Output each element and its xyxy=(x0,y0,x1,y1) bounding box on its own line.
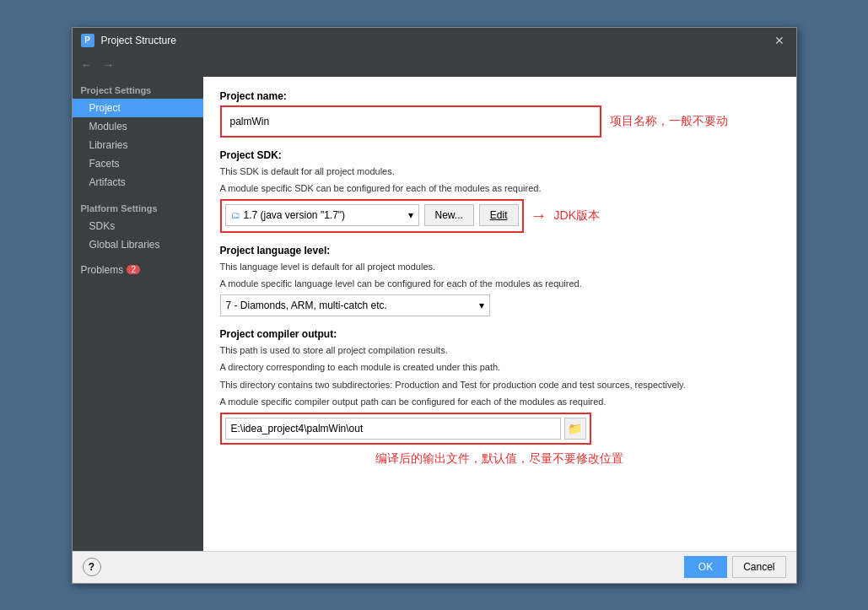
bottom-right: OK Cancel xyxy=(684,556,786,578)
sdk-icon: 🗂 xyxy=(231,210,240,220)
project-settings-label: Project Settings xyxy=(73,80,203,99)
compiler-output-box: 📁 xyxy=(220,413,591,445)
output-path-row: 📁 xyxy=(225,418,586,440)
project-name-group: Project name: 项目名称，一般不要动 xyxy=(220,90,779,138)
project-structure-dialog: P Project Structure ✕ ← → Project Settin… xyxy=(72,27,797,584)
compiler-output-input[interactable] xyxy=(225,418,561,440)
compiler-desc2: A directory corresponding to each module… xyxy=(220,360,779,375)
sdk-edit-label: Edit xyxy=(490,209,508,221)
sdk-dropdown-inner: 🗂 1.7 (java version "1.7") xyxy=(231,209,346,221)
sidebar-item-artifacts[interactable]: Artifacts xyxy=(73,173,203,192)
nav-bar: ← → xyxy=(73,53,796,77)
sidebar: Project Settings Project Modules Librari… xyxy=(73,77,203,551)
sidebar-item-facets[interactable]: Facets xyxy=(73,154,203,173)
sdk-value: 1.7 (java version "1.7") xyxy=(244,209,346,221)
sdk-desc1: This SDK is default for all project modu… xyxy=(220,165,779,179)
sdk-edit-button[interactable]: Edit xyxy=(479,204,519,226)
language-dropdown-arrow: ▾ xyxy=(479,300,484,311)
ok-button[interactable]: OK xyxy=(684,556,727,578)
main-content: Project name: 项目名称，一般不要动 Project SDK: Th… xyxy=(203,77,796,551)
compiler-output-group: Project compiler output: This path is us… xyxy=(220,328,779,467)
language-dropdown[interactable]: 7 - Diamonds, ARM, multi-catch etc. ▾ xyxy=(220,294,490,316)
close-button[interactable]: ✕ xyxy=(771,32,788,49)
content-area: Project Settings Project Modules Librari… xyxy=(73,77,796,551)
language-level-group: Project language level: This language le… xyxy=(220,245,779,316)
bottom-bar: ? OK Cancel xyxy=(73,551,796,583)
dropdown-arrow: ▾ xyxy=(408,209,413,221)
project-name-input[interactable] xyxy=(225,111,596,132)
bottom-left: ? xyxy=(83,558,101,576)
platform-settings-label: Platform Settings xyxy=(73,198,203,217)
cancel-button[interactable]: Cancel xyxy=(732,556,785,578)
dialog-title: Project Structure xyxy=(101,35,176,46)
sidebar-item-modules[interactable]: Modules xyxy=(73,117,203,136)
jdk-row: 🗂 1.7 (java version "1.7") ▾ New... Edit… xyxy=(220,199,779,233)
compiler-annotation: 编译后的输出文件，默认值，尽量不要修改位置 xyxy=(375,451,623,467)
problems-badge: 2 xyxy=(127,265,140,274)
language-level-title: Project language level: xyxy=(220,245,779,256)
project-name-annotation: 项目名称，一般不要动 xyxy=(610,114,728,129)
forward-button[interactable]: → xyxy=(101,57,116,73)
compiler-desc3: This directory contains two subdirectori… xyxy=(220,378,779,392)
folder-browse-button[interactable]: 📁 xyxy=(564,418,586,440)
sidebar-item-problems[interactable]: Problems 2 xyxy=(73,261,203,279)
problems-label: Problems xyxy=(81,264,124,276)
app-icon: P xyxy=(81,34,94,47)
sdk-dropdown-box: 🗂 1.7 (java version "1.7") ▾ New... Edit xyxy=(220,199,524,233)
name-annotation-row: 项目名称，一般不要动 xyxy=(220,105,779,138)
language-desc1: This language level is default for all p… xyxy=(220,260,779,274)
jdk-annotation: JDK版本 xyxy=(554,208,600,224)
sdk-dropdown[interactable]: 🗂 1.7 (java version "1.7") ▾ xyxy=(225,204,419,226)
sdk-controls-row: 🗂 1.7 (java version "1.7") ▾ New... Edit xyxy=(225,204,519,226)
title-bar-left: P Project Structure xyxy=(81,34,176,47)
sidebar-item-libraries[interactable]: Libraries xyxy=(73,136,203,154)
compiler-desc1: This path is used to store all project c… xyxy=(220,343,779,358)
compiler-desc4: A module specific compiler output path c… xyxy=(220,395,779,409)
back-button[interactable]: ← xyxy=(79,57,94,73)
compiler-output-title: Project compiler output: xyxy=(220,328,779,340)
sidebar-item-sdks[interactable]: SDKs xyxy=(73,217,203,235)
project-name-label: Project name: xyxy=(220,90,779,102)
help-button[interactable]: ? xyxy=(83,558,101,576)
sdk-new-button[interactable]: New... xyxy=(424,204,474,226)
folder-icon: 📁 xyxy=(568,422,582,435)
title-bar: P Project Structure ✕ xyxy=(73,28,796,53)
sdk-title: Project SDK: xyxy=(220,149,779,161)
language-desc2: A module specific language level can be … xyxy=(220,277,779,291)
sidebar-item-project[interactable]: Project xyxy=(73,99,203,117)
project-name-box xyxy=(220,105,601,138)
jdk-arrow-icon: → xyxy=(531,206,547,225)
sdk-desc2: A module specific SDK can be configured … xyxy=(220,181,779,196)
language-value: 7 - Diamonds, ARM, multi-catch etc. xyxy=(226,300,387,311)
output-annotation-row: 编译后的输出文件，默认值，尽量不要修改位置 xyxy=(220,451,779,467)
sdk-group: Project SDK: This SDK is default for all… xyxy=(220,149,779,233)
sidebar-item-global-libraries[interactable]: Global Libraries xyxy=(73,235,203,254)
